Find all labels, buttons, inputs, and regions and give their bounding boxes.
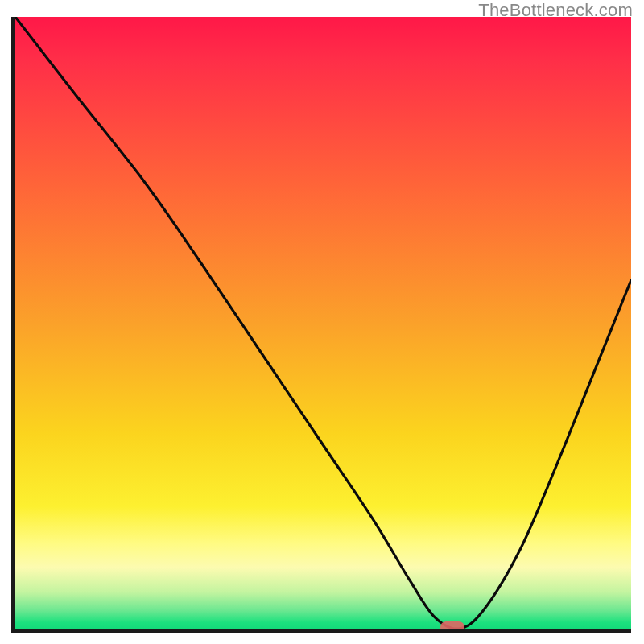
chart-curve-svg [15, 17, 631, 629]
bottleneck-curve-path [15, 17, 631, 629]
watermark-text: TheBottleneck.com [478, 0, 633, 21]
y-axis [11, 17, 15, 633]
chart-plot-area [15, 17, 631, 629]
optimum-marker [440, 621, 464, 629]
x-axis [11, 629, 631, 633]
